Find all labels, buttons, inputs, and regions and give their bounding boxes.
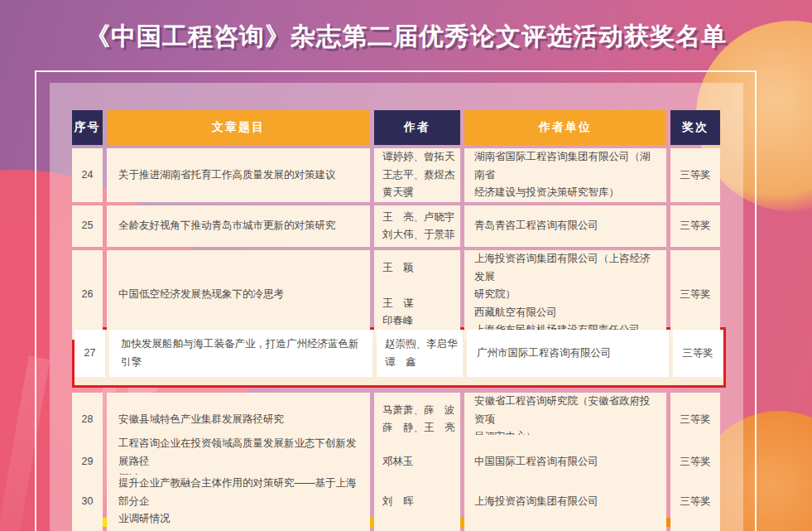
authors: 赵崇煦、李启华 谭 鑫 bbox=[377, 330, 463, 377]
award-level: 三等奖 bbox=[670, 475, 720, 529]
authors: 谭婷婷、曾拓天 王志平、蔡煜杰 黄天骥 bbox=[374, 148, 460, 202]
header-org: 作者单位 bbox=[464, 110, 666, 145]
row-index: 26 bbox=[72, 250, 103, 340]
row-index: 30 bbox=[72, 475, 103, 529]
paper-title: 全龄友好视角下推动青岛市城市更新的对策研究 bbox=[107, 205, 370, 247]
award-table: 序号 文章题目 作者 作者单位 奖次 24 关于推进湖南省托育工作高质量发展的对… bbox=[72, 110, 720, 531]
row-index: 24 bbox=[72, 148, 103, 202]
award-level: 三等奖 bbox=[673, 330, 723, 377]
award-level: 三等奖 bbox=[670, 250, 720, 340]
header-title: 文章题目 bbox=[107, 110, 370, 145]
row-index: 25 bbox=[72, 205, 103, 247]
table-row: 29 工程咨询企业在投资领域高质量发展新业态下创新发展路径 探讨 邓林玉 中国国… bbox=[72, 435, 720, 471]
table-row: 30 提升企业产教融合主体作用的对策研究——基于上海部分企 业调研情况 刘 晖 … bbox=[72, 475, 720, 513]
row-index: 27 bbox=[74, 330, 105, 377]
paper-title: 中国低空经济发展热现象下的冷思考 bbox=[107, 250, 370, 340]
table-row: 28 安徽县域特色产业集群发展路径研究 马萧萧、薛 波 薛 静、王 亮 安徽省工… bbox=[72, 393, 720, 431]
header-award: 奖次 bbox=[670, 110, 720, 145]
header-index: 序号 bbox=[72, 110, 103, 145]
award-level: 三等奖 bbox=[670, 205, 720, 247]
author-org: 上海投资咨询集团有限公司 bbox=[464, 475, 666, 529]
table-header-row: 序号 文章题目 作者 作者单位 奖次 bbox=[72, 110, 720, 145]
author-org: 湖南省国际工程咨询集团有限公司（湖南省 经济建设与投资决策研究智库） bbox=[464, 148, 666, 202]
table-row: 24 关于推进湖南省托育工作高质量发展的对策建议 谭婷婷、曾拓天 王志平、蔡煜杰… bbox=[72, 148, 720, 201]
page-title: 《中国工程咨询》杂志第二届优秀论文评选活动获奖名单 bbox=[0, 20, 812, 54]
author-org: 青岛青咨工程咨询有限公司 bbox=[464, 205, 666, 247]
highlight-box-row-27: 27 加快发展船舶与海工装备产业，打造广州经济蓝色新引擎 赵崇煦、李启华 谭 鑫… bbox=[72, 327, 726, 388]
paper-title: 提升企业产教融合主体作用的对策研究——基于上海部分企 业调研情况 bbox=[107, 475, 370, 529]
authors: 刘 晖 bbox=[374, 475, 460, 529]
paper-title: 加快发展船舶与海工装备产业，打造广州经济蓝色新引擎 bbox=[109, 330, 372, 377]
paper-title: 关于推进湖南省托育工作高质量发展的对策建议 bbox=[107, 148, 370, 202]
author-org: 上海投资咨询集团有限公司（上咨经济发展 研究院） 西藏航空有限公司 上海华东民航… bbox=[464, 250, 666, 340]
author-org: 广州市国际工程咨询有限公司 bbox=[467, 330, 669, 377]
award-level: 三等奖 bbox=[670, 148, 720, 202]
authors: 王 亮、卢晓宇 刘大伟、于景菲 bbox=[374, 205, 460, 247]
table-row: 25 全龄友好视角下推动青岛市城市更新的对策研究 王 亮、卢晓宇 刘大伟、于景菲… bbox=[72, 205, 720, 247]
table-row-highlighted: 27 加快发展船舶与海工装备产业，打造广州经济蓝色新引擎 赵崇煦、李启华 谭 鑫… bbox=[74, 330, 723, 377]
authors: 王 颖 王 谋 印春峰 bbox=[374, 250, 460, 340]
header-authors: 作者 bbox=[374, 110, 460, 145]
table-row: 26 中国低空经济发展热现象下的冷思考 王 颖 王 谋 印春峰 上海投资咨询集团… bbox=[72, 250, 720, 322]
